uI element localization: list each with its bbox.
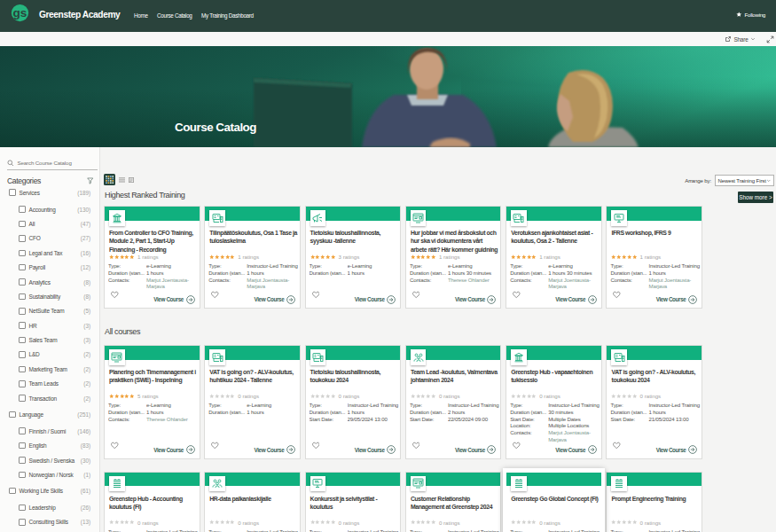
svg-text:gs: gs [13,6,27,20]
